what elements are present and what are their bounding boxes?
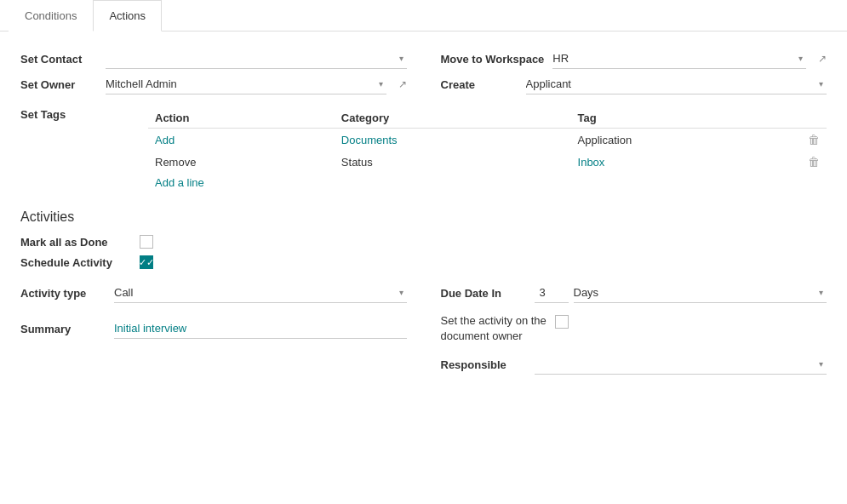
move-to-workspace-group: Move to Workspace HR ▾ ↗ — [441, 49, 827, 69]
responsible-select[interactable]: ▾ — [535, 354, 827, 375]
due-date-value[interactable]: 3 — [535, 283, 569, 303]
activity-type-select[interactable]: Call ▾ — [114, 283, 407, 303]
table-row: Add Documents Application 🗑 — [148, 129, 827, 152]
set-owner-input[interactable]: Mitchell Admin — [106, 74, 386, 94]
summary-label: Summary — [20, 323, 106, 335]
tags-row: Set Tags Action Category Tag Add — [20, 108, 827, 192]
responsible-label: Responsible — [441, 358, 526, 371]
tags-col-action: Action — [148, 108, 335, 129]
doc-owner-checkbox[interactable] — [555, 315, 569, 329]
form-row-1: Set Contact ▾ Move to Workspace HR ▾ ↗ — [20, 49, 827, 69]
schedule-activity-label: Schedule Activity — [20, 256, 131, 269]
activity-type-input[interactable]: Call — [114, 283, 407, 302]
due-date-unit-input[interactable]: Days Weeks Months — [574, 283, 827, 302]
move-to-workspace-label: Move to Workspace — [441, 53, 545, 66]
tag-category-1: Status — [335, 151, 571, 173]
summary-input[interactable] — [114, 318, 407, 338]
activities-section: Activities Mark all as Done Schedule Act… — [20, 209, 827, 375]
move-to-workspace-external-link[interactable]: ↗ — [818, 53, 827, 65]
table-row: Remove Status Inbox 🗑 — [148, 151, 827, 173]
tab-actions[interactable]: Actions — [93, 0, 162, 32]
activity-type-group: Activity type Call ▾ — [20, 283, 407, 303]
mark-all-done-row: Mark all as Done — [20, 235, 827, 249]
create-group: Create Applicant ▾ — [441, 74, 827, 94]
delete-row-0-button[interactable]: 🗑 — [808, 133, 820, 146]
move-to-workspace-select[interactable]: HR ▾ — [552, 49, 806, 69]
tag-tag-1: Inbox — [571, 151, 801, 173]
set-contact-group: Set Contact ▾ — [20, 49, 407, 69]
activities-title: Activities — [20, 209, 827, 225]
set-owner-external-link[interactable]: ↗ — [398, 78, 407, 90]
activity-row-3: Responsible ▾ — [20, 354, 827, 375]
set-contact-select[interactable]: ▾ — [106, 49, 407, 69]
doc-owner-label-text: Set the activity on the document owner — [441, 313, 547, 344]
summary-group: Summary — [20, 313, 407, 344]
tags-col-category: Category — [335, 108, 571, 129]
schedule-activity-checkbox[interactable]: ✓ — [140, 255, 153, 269]
tags-table-wrapper: Action Category Tag Add Documents Applic… — [148, 108, 827, 192]
set-contact-label: Set Contact — [20, 53, 97, 66]
tags-col-tag: Tag — [571, 108, 801, 129]
move-to-workspace-input[interactable]: HR — [552, 49, 806, 68]
tag-action-1: Remove — [148, 151, 335, 173]
add-line-button[interactable]: Add a line — [148, 173, 211, 192]
delete-row-1-button[interactable]: 🗑 — [808, 155, 820, 169]
schedule-activity-row: Schedule Activity ✓ — [20, 255, 827, 269]
tag-category-0: Documents — [335, 129, 571, 152]
due-date-group: Due Date In 3 Days Weeks Months ▾ — [441, 283, 827, 303]
create-select[interactable]: Applicant ▾ — [526, 74, 827, 94]
set-tags-section: Set Tags Action Category Tag Add — [20, 108, 827, 192]
tags-table: Action Category Tag Add Documents Applic… — [148, 108, 827, 173]
due-date-unit-select[interactable]: Days Weeks Months ▾ — [574, 283, 827, 303]
responsible-input[interactable] — [535, 354, 827, 374]
mark-all-done-checkbox[interactable] — [140, 235, 153, 249]
tags-label-wrapper: Set Tags — [20, 108, 148, 192]
tab-bar: Conditions Actions — [0, 0, 847, 32]
set-owner-label: Set Owner — [20, 78, 97, 91]
set-contact-input[interactable] — [106, 49, 407, 68]
responsible-group: Responsible ▾ — [441, 354, 827, 375]
activity-type-label: Activity type — [20, 287, 106, 300]
set-owner-select[interactable]: Mitchell Admin ▾ — [106, 74, 386, 94]
create-input[interactable]: Applicant — [526, 74, 827, 94]
mark-all-done-label: Mark all as Done — [20, 236, 131, 249]
set-tags-label: Set Tags — [20, 108, 66, 121]
form-row-2: Set Owner Mitchell Admin ▾ ↗ Create Appl… — [20, 74, 827, 94]
set-owner-group: Set Owner Mitchell Admin ▾ ↗ — [20, 74, 407, 94]
tag-tag-0: Application — [571, 129, 801, 152]
create-label: Create — [441, 78, 518, 91]
doc-owner-group: Set the activity on the document owner — [441, 313, 827, 344]
responsible-empty — [20, 354, 407, 375]
tag-action-0: Add — [148, 129, 335, 152]
due-date-in-label: Due Date In — [441, 287, 526, 300]
tab-conditions[interactable]: Conditions — [9, 0, 93, 32]
activity-row-2: Summary Set the activity on the document… — [20, 313, 827, 344]
main-content: Set Contact ▾ Move to Workspace HR ▾ ↗ S… — [0, 32, 847, 402]
activity-row-1: Activity type Call ▾ Due Date In 3 — [20, 283, 827, 303]
activity-fields: Activity type Call ▾ Due Date In 3 — [20, 283, 827, 375]
